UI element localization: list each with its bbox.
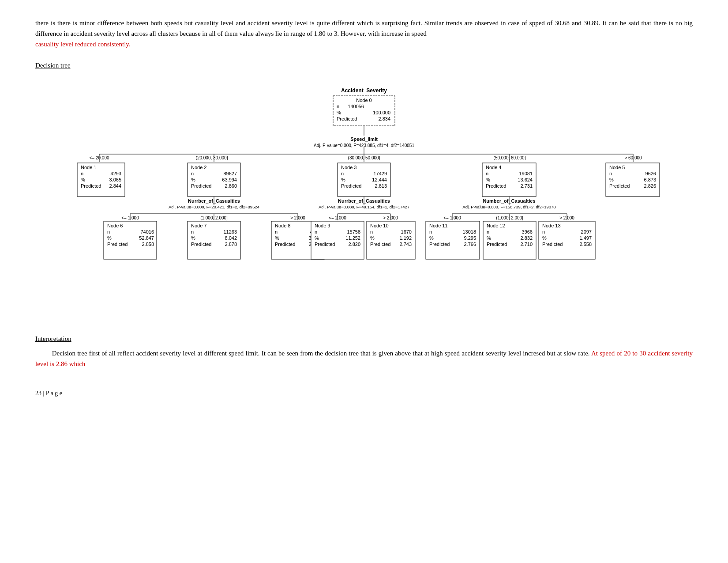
svg-text:2097: 2097 [581, 229, 592, 234]
svg-text:%: % [487, 235, 491, 241]
interp-text-black: Decision tree first of all reflect accid… [52, 350, 590, 357]
svg-text:(20.000, 30.000]: (20.000, 30.000] [196, 155, 228, 160]
svg-text:Node 4: Node 4 [486, 165, 501, 170]
svg-text:> 2.000: > 2.000 [383, 215, 398, 220]
svg-text:n: n [81, 171, 83, 176]
svg-text:%: % [337, 110, 341, 115]
svg-text:2.878: 2.878 [225, 242, 237, 247]
svg-text:13018: 13018 [462, 229, 476, 234]
svg-text:2.832: 2.832 [520, 235, 533, 241]
svg-text:8.042: 8.042 [225, 235, 237, 241]
svg-text:%: % [81, 177, 85, 182]
svg-text:n: n [429, 229, 432, 234]
svg-text:Node 1: Node 1 [81, 165, 96, 170]
svg-text:(1.000, 2.000]: (1.000, 2.000] [496, 215, 523, 220]
svg-text:Predicted: Predicted [81, 183, 101, 189]
svg-text:Predicted: Predicted [341, 183, 361, 189]
svg-text:%: % [486, 177, 490, 182]
svg-text:%: % [542, 235, 547, 241]
svg-text:Node 0: Node 0 [356, 98, 372, 103]
svg-text:%: % [191, 235, 195, 241]
svg-text:Node 11: Node 11 [429, 223, 448, 228]
svg-text:4293: 4293 [111, 171, 121, 176]
svg-text:Adj. P-value=0.080, F=49.154, : Adj. P-value=0.080, F=49.154, df1=1, df2… [319, 204, 409, 209]
svg-text:Predicted: Predicted [337, 116, 357, 121]
svg-text:2.826: 2.826 [644, 183, 656, 189]
svg-text:Predicted: Predicted [487, 242, 507, 247]
svg-text:2.743: 2.743 [399, 242, 412, 247]
svg-text:2.844: 2.844 [109, 183, 121, 189]
decision-tree-heading: Decision tree [35, 62, 693, 69]
svg-text:<= 1.000: <= 1.000 [121, 215, 139, 220]
svg-text:Node 12: Node 12 [487, 223, 505, 228]
svg-text:n: n [341, 171, 344, 176]
svg-text:11.252: 11.252 [345, 235, 360, 241]
svg-text:89627: 89627 [223, 171, 237, 176]
svg-text:%: % [609, 177, 614, 182]
svg-text:Predicted: Predicted [486, 183, 506, 189]
svg-text:Predicted: Predicted [191, 242, 211, 247]
svg-text:Adj. P-value=0.000, F=158.739,: Adj. P-value=0.000, F=158.739, df1=2, df… [462, 204, 555, 209]
svg-text:> 2.000: > 2.000 [559, 215, 574, 220]
svg-text:1.192: 1.192 [399, 235, 412, 241]
svg-text:2.820: 2.820 [348, 242, 360, 247]
svg-text:11263: 11263 [223, 229, 237, 234]
svg-text:n: n [315, 229, 317, 234]
indent-space [35, 350, 50, 357]
svg-text:13.624: 13.624 [518, 177, 533, 182]
svg-text:n: n [542, 229, 545, 234]
svg-text:2.813: 2.813 [375, 183, 387, 189]
svg-text:n: n [107, 229, 110, 234]
svg-text:Node 13: Node 13 [542, 223, 561, 228]
svg-text:Number_of_Casualties: Number_of_Casualties [483, 198, 535, 204]
svg-text:%: % [275, 235, 279, 241]
svg-text:2.731: 2.731 [520, 183, 533, 189]
svg-text:2.558: 2.558 [579, 242, 592, 247]
svg-text:52.847: 52.847 [139, 235, 154, 241]
svg-text:Predicted: Predicted [191, 183, 211, 189]
svg-text:n: n [191, 171, 194, 176]
svg-text:n: n [337, 104, 339, 109]
svg-text:Node 3: Node 3 [341, 165, 356, 170]
svg-text:74016: 74016 [140, 229, 154, 234]
svg-text:n: n [275, 229, 278, 234]
svg-text:6.873: 6.873 [644, 177, 656, 182]
svg-text:12.444: 12.444 [372, 177, 387, 182]
svg-text:2.710: 2.710 [520, 242, 533, 247]
svg-text:n: n [487, 229, 489, 234]
intro-text-black: there is there is minor difference betwe… [35, 19, 693, 37]
svg-text:9626: 9626 [645, 171, 656, 176]
interpretation-body: Decision tree first of all reflect accid… [35, 348, 693, 369]
svg-text:> 2.000: > 2.000 [290, 215, 305, 220]
svg-text:Nurrber_of_Casualties: Nurrber_of_Casualties [338, 198, 390, 204]
svg-text:<= 1.000: <= 1.000 [443, 215, 461, 220]
svg-text:%: % [429, 235, 434, 241]
svg-text:Predicted: Predicted [315, 242, 335, 247]
svg-text:15758: 15758 [347, 229, 360, 234]
svg-text:> 60.000: > 60.000 [624, 155, 642, 160]
svg-text:%: % [107, 235, 112, 241]
svg-text:<= 20.000: <= 20.000 [89, 155, 109, 160]
svg-text:Predicted: Predicted [370, 242, 390, 247]
svg-text:Predicted: Predicted [275, 242, 295, 247]
svg-text:Node 9: Node 9 [315, 223, 330, 228]
intro-text-red: casuality level reduced consistently. [35, 41, 131, 48]
svg-text:Speed_limit: Speed_limit [350, 136, 378, 142]
svg-text:%: % [315, 235, 319, 241]
svg-text:Predicted: Predicted [609, 183, 630, 189]
svg-text:Node 8: Node 8 [275, 223, 290, 228]
svg-text:%: % [370, 235, 375, 241]
svg-text:(1.000, 2.000]: (1.000, 2.000] [200, 215, 228, 220]
svg-text:n: n [486, 171, 488, 176]
interpretation-heading: Interpretation [35, 335, 693, 343]
svg-text:n: n [370, 229, 373, 234]
page-number: 23 | P a g e [35, 390, 62, 397]
svg-text:Nurrber_of_Casualties: Nurrber_of_Casualties [188, 198, 240, 204]
svg-text:%: % [191, 177, 195, 182]
svg-text:n: n [191, 229, 194, 234]
svg-text:Node 6: Node 6 [107, 223, 123, 228]
svg-text:140056: 140056 [348, 104, 364, 109]
svg-text:<= 2.000: <= 2.000 [329, 215, 346, 220]
svg-text:2.860: 2.860 [225, 183, 237, 189]
tree-svg: Accident_Severity Node 0 n 140056 % 100.… [55, 83, 673, 317]
